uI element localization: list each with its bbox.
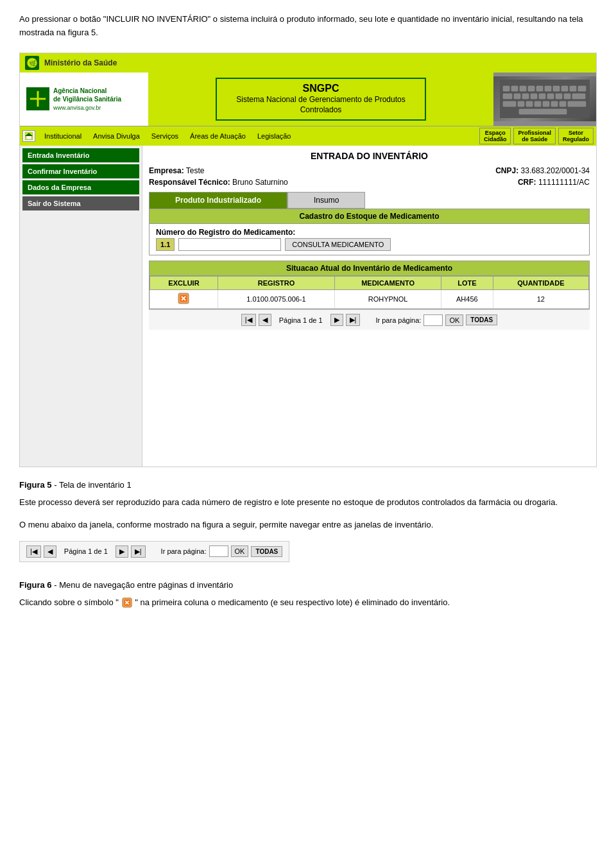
cell-lote: AH456: [441, 290, 493, 309]
sngpc-sidebar: Entrada Inventário Confirmar Inventário …: [20, 146, 142, 467]
sngpc-header-bar: 🌿 Ministério da Saúde: [20, 53, 596, 73]
responsavel-info: Responsável Técnico: Bruno Saturnino: [149, 178, 370, 187]
pagination-bar: |◀ ◀ Página 1 de 1 ▶ ▶| Ir para página: …: [149, 309, 590, 330]
table-row: 1.0100.0075.006-1 ROHYPNOL AH456 12: [150, 290, 589, 309]
svg-rect-25: [503, 101, 516, 107]
sngpc-body: Entrada Inventário Confirmar Inventário …: [20, 146, 596, 467]
nav-home-icon[interactable]: [22, 130, 35, 142]
product-tabs: Produto Industrializado Insumo: [149, 192, 590, 209]
anvisa-logo-area: Agência Nacional de Vigilância Sanitária…: [20, 73, 148, 126]
nav-right-area: EspaçoCidadão Profissionalde Saúde Setor…: [479, 128, 594, 144]
consulta-medicamento-button[interactable]: CONSULTA MEDICAMENTO: [285, 238, 391, 251]
nav-espaco-cidadao[interactable]: EspaçoCidadão: [479, 128, 511, 144]
cell-medicamento: ROHYPNOL: [335, 290, 441, 309]
mini-page-next-button[interactable]: ▶: [116, 545, 128, 558]
cell-registro: 1.0100.0075.006-1: [218, 290, 334, 309]
tab-insumo[interactable]: Insumo: [287, 192, 365, 209]
inline-delete-icon: [121, 597, 135, 607]
cadastro-form-section: Cadastro do Estoque de Medicamento Númer…: [149, 209, 590, 255]
registro-input[interactable]: [178, 238, 281, 251]
page-ok-button[interactable]: OK: [445, 314, 463, 326]
svg-rect-20: [539, 94, 545, 99]
sngpc-title-sub: Sistema Nacional de Gerenciamento de Pro…: [236, 94, 405, 116]
paragraph-3: O menu abaixo da janela, conforme mostra…: [19, 519, 597, 532]
mini-page-todas-button[interactable]: TODAS: [251, 546, 282, 557]
nav-servicos[interactable]: Serviços: [146, 131, 184, 141]
nav-profissional-saude[interactable]: Profissionalde Saúde: [513, 128, 556, 144]
nav-anvisa-divulga[interactable]: Anvisa Divulga: [88, 131, 145, 141]
cnpj-info: CNPJ: 33.683.202/0001-34: [370, 166, 590, 175]
mini-page-ok-button[interactable]: OK: [231, 545, 249, 557]
sidebar-entrada-inventario[interactable]: Entrada Inventário: [22, 148, 139, 162]
mini-page-prev-button[interactable]: ◀: [44, 545, 56, 558]
page-next-button[interactable]: ▶: [330, 314, 343, 326]
svg-rect-22: [556, 94, 562, 99]
ms-logo: 🌿: [25, 56, 39, 70]
page-prev-button[interactable]: ◀: [259, 314, 271, 326]
table-section-title: Situacao Atual do Inventário de Medicame…: [150, 261, 589, 276]
keyboard-photo: [493, 76, 596, 121]
nav-institucional[interactable]: Institucional: [39, 131, 87, 141]
page-last-button[interactable]: ▶|: [346, 314, 361, 326]
svg-rect-27: [526, 101, 533, 107]
mini-page-first-button[interactable]: |◀: [26, 545, 41, 558]
sidebar-sair-sistema[interactable]: Sair do Sistema: [22, 196, 139, 210]
intro-paragraph: Ao pressionar o botão "INCLUIR NO INVENT…: [19, 13, 597, 40]
table-header-row: EXCLUIR REGISTRO MEDICAMENTO LOTE QUANTI…: [150, 277, 589, 290]
registro-field-label: Número do Registro do Medicamento:: [156, 228, 583, 237]
svg-rect-33: [519, 109, 567, 114]
form-section-title: Cadastro do Estoque de Medicamento: [150, 209, 589, 224]
inventory-table: EXCLUIR REGISTRO MEDICAMENTO LOTE QUANTI…: [150, 276, 589, 309]
col-lote: LOTE: [441, 277, 493, 290]
page-goto-input[interactable]: [424, 314, 443, 326]
cell-quantidade: 12: [493, 290, 588, 309]
sngpc-title-main: SNGPC: [236, 83, 405, 94]
sngpc-frame: 🌿 Ministério da Saúde: [19, 53, 597, 468]
svg-rect-17: [514, 94, 520, 99]
svg-rect-15: [578, 86, 586, 91]
page-first-button[interactable]: |◀: [241, 314, 256, 326]
anvisa-url: www.anvisa.gov.br: [53, 105, 121, 111]
svg-rect-30: [551, 101, 558, 107]
field-number-badge: 1.1: [156, 238, 175, 251]
empresa-info: Empresa: Teste: [149, 166, 370, 175]
sngpc-main-content: ENTRADA DO INVENTÁRIO Empresa: Teste CNP…: [142, 146, 596, 467]
main-title: ENTRADA DO INVENTÁRIO: [149, 151, 590, 161]
sngpc-top-area: Agência Nacional de Vigilância Sanitária…: [20, 73, 596, 126]
svg-rect-6: [503, 86, 509, 91]
anvisa-name: Agência Nacional de Vigilância Sanitária: [53, 87, 121, 103]
svg-rect-10: [536, 86, 543, 91]
sidebar-dados-empresa[interactable]: Dados da Empresa: [22, 180, 139, 194]
nav-areas-atuacao[interactable]: Áreas de Atuação: [185, 131, 251, 141]
nav-setor-regulado[interactable]: SetorRegulado: [558, 128, 594, 144]
figure6-caption: Figura 6 - Menu de navegação entre págin…: [19, 580, 597, 590]
inventory-table-section: Situacao Atual do Inventário de Medicame…: [149, 261, 590, 309]
svg-rect-16: [503, 94, 512, 99]
svg-rect-11: [545, 86, 551, 91]
mini-page-last-button[interactable]: ▶|: [131, 545, 146, 558]
tab-produto-industrializado[interactable]: Produto Industrializado: [149, 192, 287, 209]
col-registro: REGISTRO: [218, 277, 334, 290]
svg-rect-7: [511, 86, 518, 91]
sngpc-nav-bar: Institucional Anvisa Divulga Serviços Ár…: [20, 126, 596, 146]
sngpc-title-box: SNGPC Sistema Nacional de Gerenciamento …: [216, 78, 425, 121]
svg-rect-8: [520, 86, 526, 91]
mini-pagination-frame: |◀ ◀ Página 1 de 1 ▶ ▶| Ir para página: …: [19, 541, 597, 571]
svg-rect-19: [531, 94, 537, 99]
sngpc-header-photo: [493, 73, 596, 126]
empresa-row: Empresa: Teste CNPJ: 33.683.202/0001-34: [149, 166, 590, 175]
svg-rect-29: [543, 101, 549, 107]
svg-rect-28: [535, 101, 541, 107]
sidebar-confirmar-inventario[interactable]: Confirmar Inventário: [22, 164, 139, 178]
svg-rect-12: [553, 86, 560, 91]
nav-legislacao[interactable]: Legislação: [252, 131, 296, 141]
anvisa-icon: [26, 87, 49, 110]
cell-excluir[interactable]: [150, 290, 218, 309]
page-todas-button[interactable]: TODAS: [466, 314, 497, 325]
svg-rect-21: [547, 94, 554, 99]
delete-row-icon[interactable]: [177, 292, 190, 305]
mini-page-goto-input[interactable]: [209, 545, 228, 557]
svg-text:🌿: 🌿: [29, 59, 37, 67]
sngpc-title-area: SNGPC Sistema Nacional de Gerenciamento …: [148, 73, 493, 126]
svg-rect-32: [568, 101, 586, 107]
